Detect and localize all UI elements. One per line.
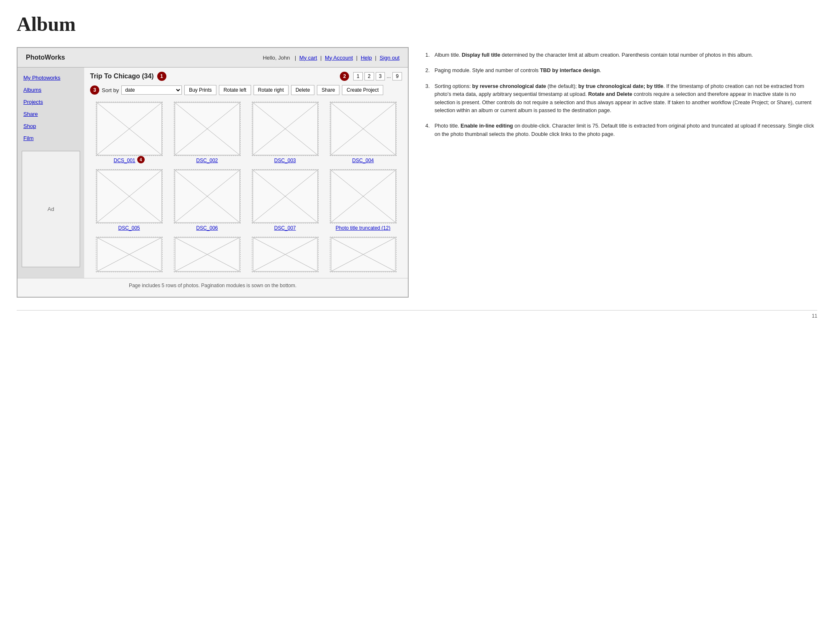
photo-cell-3-1 [90, 235, 168, 274]
photo-cell-3-4 [324, 235, 402, 274]
photo-cell-1-3: DSC_003 [246, 100, 324, 165]
photo-thumb-2-1[interactable] [96, 169, 163, 223]
annotation-2-text: Paging module. Style and number of contr… [435, 67, 817, 75]
album-title-row: Trip To Chicago (34) 1 2 1 2 3 ... 9 [90, 72, 402, 81]
my-account-link[interactable]: My Account [325, 55, 353, 61]
photo-row-2: DSC_005 DSC_006 [90, 168, 402, 233]
album-title-left: Trip To Chicago (34) 1 [90, 72, 166, 81]
ad-block: Ad [22, 151, 80, 267]
annotation-badge-3: 3 [90, 85, 99, 95]
annotation-badge-2: 2 [340, 72, 349, 81]
wireframe-footer: Page includes 5 rows of photos. Paginati… [18, 278, 408, 293]
photo-thumb-2-2[interactable] [174, 169, 241, 223]
sign-out-link[interactable]: Sign out [379, 55, 399, 61]
page-ellipsis: ... [387, 73, 391, 79]
pagination-right: 2 1 2 3 ... 9 [340, 72, 402, 81]
buy-prints-button[interactable]: Buy Prints [184, 85, 216, 95]
photo-label-2-2[interactable]: DSC_006 [196, 225, 218, 231]
rotate-left-button[interactable]: Rotate left [219, 85, 251, 95]
page-number: 11 [17, 311, 817, 319]
wireframe-body: My Photoworks Albums Projects Share Shop… [18, 68, 408, 278]
photo-cell-2-2: DSC_006 [168, 168, 246, 233]
header-nav: Hello, John | My cart | My Account | Hel… [261, 55, 399, 61]
photo-thumb-3-3[interactable] [252, 237, 319, 272]
photo-thumb-1-1[interactable] [96, 102, 163, 156]
photo-row-3 [90, 235, 402, 274]
page-wrapper: Album PhotoWorks Hello, John | My cart |… [0, 0, 834, 336]
sort-label: Sort by [102, 87, 119, 93]
brand-name: PhotoWorks [26, 54, 65, 61]
page-btn-9[interactable]: 9 [392, 72, 402, 80]
page-title: Album [17, 13, 817, 35]
annotation-2: 2. Paging module. Style and number of co… [425, 67, 817, 75]
share-button[interactable]: Share [317, 85, 339, 95]
delete-button[interactable]: Delete [291, 85, 315, 95]
photo-label-1-2[interactable]: DSC_002 [196, 158, 218, 163]
page-btn-3[interactable]: 3 [376, 72, 385, 80]
sidebar-item-albums[interactable]: Albums [18, 84, 84, 96]
photo-thumb-1-3[interactable] [252, 102, 319, 156]
photo-label-2-4[interactable]: Photo title truncated (12) [336, 225, 390, 231]
wireframe-panel: PhotoWorks Hello, John | My cart | My Ac… [17, 47, 409, 298]
wireframe-header: PhotoWorks Hello, John | My cart | My Ac… [18, 48, 408, 68]
main-area: Trip To Chicago (34) 1 2 1 2 3 ... 9 [84, 68, 408, 278]
photo-cell-3-3 [246, 235, 324, 274]
annotation-4: 4. Photo title. Enable in-line editing o… [425, 122, 817, 138]
sidebar-item-film[interactable]: Film [18, 132, 84, 144]
page-btn-1[interactable]: 1 [353, 72, 363, 80]
my-cart-link[interactable]: My cart [299, 55, 317, 61]
annotation-3-text: Sorting options: by reverse chronologica… [435, 83, 817, 115]
photo-label-1-3[interactable]: DSC_003 [274, 158, 296, 163]
photo-label-2-1[interactable]: DSC_005 [118, 225, 140, 231]
photo-cell-2-1: DSC_005 [90, 168, 168, 233]
main-content: PhotoWorks Hello, John | My cart | My Ac… [17, 47, 817, 298]
photo-thumb-3-2[interactable] [174, 237, 241, 272]
photo-cell-1-2: DSC_002 [168, 100, 246, 165]
photo-thumb-1-2[interactable] [174, 102, 241, 156]
sort-select[interactable]: date title reverse chronological [121, 85, 182, 95]
album-title-text: Trip To Chicago (34) [90, 73, 154, 80]
help-link[interactable]: Help [361, 55, 372, 61]
page-btn-2[interactable]: 2 [364, 72, 374, 80]
photo-thumb-2-3[interactable] [252, 169, 319, 223]
toolbar: 3 Sort by date title reverse chronologic… [90, 85, 402, 95]
photo-row-1: DCS_001 4 [90, 100, 402, 165]
photo-thumb-3-1[interactable] [96, 237, 163, 272]
photo-thumb-2-4[interactable] [330, 169, 397, 223]
annotations-panel: 1. Album title. Display full title deter… [421, 47, 817, 298]
rotate-right-button[interactable]: Rotate right [254, 85, 289, 95]
annotation-4-text: Photo title. Enable in-line editing on d… [435, 122, 817, 138]
photo-thumb-3-4[interactable] [330, 237, 397, 272]
create-project-button[interactable]: Create Project [342, 85, 383, 95]
annotation-badge-1: 1 [157, 72, 166, 81]
photo-label-2-3[interactable]: DSC_007 [274, 225, 296, 231]
sidebar-item-share[interactable]: Share [18, 108, 84, 120]
annotation-2-num: 2. [425, 67, 432, 75]
sidebar-item-my-photoworks[interactable]: My Photoworks [18, 72, 84, 84]
photo-cell-1-4: DSC_004 [324, 100, 402, 165]
annotation-4-num: 4. [425, 122, 432, 138]
annotation-3: 3. Sorting options: by reverse chronolog… [425, 83, 817, 115]
photo-cell-2-4: Photo title truncated (12) [324, 168, 402, 233]
annotation-1-text: Album title. Display full title determin… [435, 51, 817, 59]
annotation-1: 1. Album title. Display full title deter… [425, 51, 817, 59]
photo-cell-3-2 [168, 235, 246, 274]
photo-label-1-4[interactable]: DSC_004 [352, 158, 374, 163]
annotation-1-num: 1. [425, 51, 432, 59]
photo-cell-1-1: DCS_001 4 [90, 100, 168, 165]
photo-cell-2-3: DSC_007 [246, 168, 324, 233]
photo-label-1-1[interactable]: DCS_001 [113, 158, 135, 163]
sidebar-item-projects[interactable]: Projects [18, 96, 84, 108]
greeting-text: Hello, John [263, 55, 290, 61]
annotation-badge-4: 4 [137, 156, 145, 163]
photo-thumb-1-4[interactable] [330, 102, 397, 156]
annotation-3-num: 3. [425, 83, 432, 115]
sidebar-item-shop[interactable]: Shop [18, 120, 84, 132]
sidebar: My Photoworks Albums Projects Share Shop… [18, 68, 84, 278]
